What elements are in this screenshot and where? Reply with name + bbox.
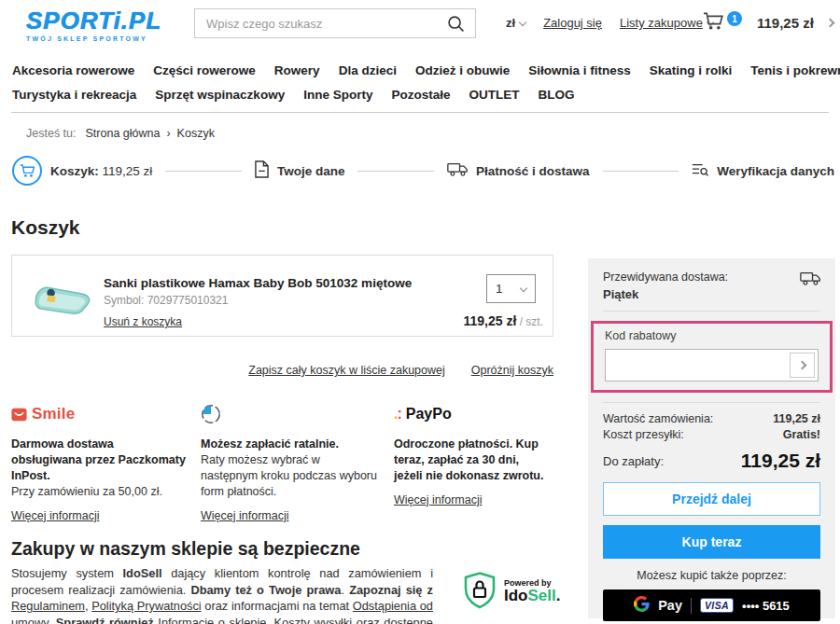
breadcrumb-current: Koszyk xyxy=(177,127,215,140)
nav-item-czesci-rowerowe[interactable]: Części rowerowe xyxy=(153,63,256,77)
nav-item-rowery[interactable]: Rowery xyxy=(274,63,320,77)
nav-item-tenis-i-pokrewne[interactable]: Tenis i pokrewne xyxy=(750,63,840,77)
remove-from-cart-link[interactable]: Usuń z koszyka xyxy=(104,315,182,328)
nav-item-inne-sporty[interactable]: Inne Sporty xyxy=(303,88,372,102)
idosell-text: IdoSell xyxy=(123,566,162,580)
step-connector xyxy=(603,171,679,172)
store-logo-tagline: TWÓJ SKLEP SPORTOWY xyxy=(26,35,161,42)
shipping-costs-link[interactable]: Koszty wysyłki xyxy=(274,616,353,624)
security-heading: Zakupy w naszym sklepie są bezpieczne xyxy=(11,538,360,560)
save-cart-to-list-link[interactable]: Zapisz cały koszyk w liście zakupowej xyxy=(248,364,445,377)
proceed-button[interactable]: Przejdź dalej xyxy=(603,482,820,516)
pie-chart-icon xyxy=(201,404,221,424)
step-payment-label: Płatność i dostawa xyxy=(476,164,590,178)
more-info-link[interactable]: Więcej informacji xyxy=(201,509,288,522)
nav-item-akcesoria-rowerowe[interactable]: Akcesoria rowerowe xyxy=(12,63,134,77)
nav-item-dla-dzieci[interactable]: Dla dzieci xyxy=(339,63,397,77)
nav-item-blog[interactable]: BLOG xyxy=(538,88,574,102)
installments-logo xyxy=(201,403,379,425)
empty-cart-link[interactable]: Opróżnij koszyk xyxy=(471,364,553,377)
buy-now-button[interactable]: Kup teraz xyxy=(603,525,820,559)
header-divider xyxy=(11,112,829,113)
nav-item-outlet[interactable]: OUTLET xyxy=(469,88,519,102)
store-info-link[interactable]: Informacje o sklepie xyxy=(158,616,266,624)
card-last-digits: •••• 5615 xyxy=(742,599,790,613)
cart-icon xyxy=(703,11,724,34)
nav-item-silownia-i-fitness[interactable]: Siłownia i fitness xyxy=(528,63,631,77)
login-link[interactable]: Zaloguj się xyxy=(543,16,602,30)
total-due-value: 119,25 zł xyxy=(741,450,820,472)
order-summary-panel: Przewidywana dostawa: Piątek Kod rabatow… xyxy=(588,258,835,618)
step-verification: Weryfikacja danych xyxy=(692,162,834,180)
discount-code-field xyxy=(605,349,819,381)
privacy-policy-link[interactable]: Polityką Prywatności xyxy=(91,599,201,613)
nav-item-sprzet-wspinaczkowy[interactable]: Sprzęt wspinaczkowy xyxy=(155,88,285,102)
text: Sprawdź również xyxy=(56,616,154,624)
currency-selector[interactable]: zł xyxy=(506,16,525,30)
step-cart-label: Koszyk: xyxy=(50,164,99,178)
search-icon[interactable] xyxy=(436,9,475,37)
quantity-select[interactable]: 1 xyxy=(486,274,536,303)
benefit-installments: Możesz zapłacić ratalnie. Raty możesz wy… xyxy=(201,403,394,522)
divider xyxy=(603,311,820,312)
store-logo[interactable]: SPORTi.PL TWÓJ SKLEP SPORTOWY xyxy=(26,8,161,42)
order-value: 119,25 zł xyxy=(773,412,820,425)
nav-item-skating-i-rolki[interactable]: Skating i rolki xyxy=(650,63,733,77)
visa-badge: VISA xyxy=(700,598,734,613)
nav-item-odziez-i-obuwie[interactable]: Odzież i obuwie xyxy=(415,63,510,77)
security-paragraph: Stosujemy system IdoSell dający klientom… xyxy=(11,565,433,624)
terms-link[interactable]: Regulaminem xyxy=(11,599,85,613)
step-connector xyxy=(357,171,434,172)
text: , xyxy=(266,616,273,624)
gpay-pay-text: Pay xyxy=(658,598,682,613)
benefit-title: Odroczone płatności. Kup teraz, zapłać z… xyxy=(394,437,545,484)
step-cart-value: 119,25 zł xyxy=(103,164,153,178)
total-due-label: Do zapłaty: xyxy=(603,454,664,468)
paypo-logo: .: PayPo xyxy=(394,403,545,425)
product-symbol: Symbol: 7029775010321 xyxy=(104,294,228,307)
breadcrumb-home-link[interactable]: Strona główna xyxy=(86,127,161,140)
search-input[interactable] xyxy=(195,17,436,31)
nav-item-turystyka-i-rekreacja[interactable]: Turystyka i rekreacja xyxy=(12,88,136,102)
text: Stosujemy system xyxy=(11,566,123,580)
text: oraz informacjami na temat xyxy=(202,599,353,613)
chevron-down-icon xyxy=(520,284,527,291)
chevron-down-icon xyxy=(519,19,526,26)
more-info-link[interactable]: Więcej informacji xyxy=(11,509,99,522)
item-price-value: 119,25 zł xyxy=(464,313,517,328)
nav-item-pozostale[interactable]: Pozostałe xyxy=(391,88,450,102)
document-icon xyxy=(255,160,269,181)
benefits-row: Smile Darmowa dostawa obsługiwana przez … xyxy=(11,403,560,522)
step-your-data: Twoje dane xyxy=(255,160,345,181)
inpost-smile-logo: Smile xyxy=(11,403,186,425)
item-price-unit: / szt. xyxy=(516,315,543,328)
google-pay-button[interactable]: Pay VISA •••• 5615 xyxy=(603,589,820,621)
text: oraz dostępne xyxy=(352,616,433,624)
page-title: Koszyk xyxy=(11,216,80,239)
store-logo-text: SPORTi.PL xyxy=(26,8,161,33)
cart-total-amount: 119,25 zł xyxy=(757,15,814,31)
cart-step-icon xyxy=(12,156,42,186)
list-search-icon xyxy=(692,162,708,180)
step-cart: Koszyk: 119,25 zł xyxy=(12,156,152,186)
product-name[interactable]: Sanki plastikowe Hamax Baby Bob 501032 m… xyxy=(104,276,412,290)
divider xyxy=(691,598,692,614)
product-image[interactable] xyxy=(27,268,94,325)
search-box xyxy=(194,8,476,38)
shopping-lists-menu[interactable]: Listy zakupowe xyxy=(620,16,713,30)
benefit-text: Raty możesz wybrać w następnym kroku pod… xyxy=(201,452,379,500)
delivery-estimate-value: Piątek xyxy=(603,287,728,301)
chevron-right-icon xyxy=(798,361,807,370)
shield-lock-icon xyxy=(464,572,496,612)
breadcrumb-prefix: Jesteś tu: xyxy=(26,127,77,140)
more-info-link[interactable]: Więcej informacji xyxy=(394,493,482,506)
truck-icon xyxy=(800,270,820,289)
divider xyxy=(603,402,820,403)
cart-actions: Zapisz cały koszyk w liście zakupowej Op… xyxy=(11,364,553,377)
text: . xyxy=(49,616,56,624)
minicart-button[interactable]: 1 119,25 zł xyxy=(703,11,833,34)
apply-code-button[interactable] xyxy=(790,353,815,378)
discount-code-input[interactable] xyxy=(609,353,790,378)
discount-code-section: Kod rabatowy xyxy=(591,321,833,393)
benefit-free-delivery: Smile Darmowa dostawa obsługiwana przez … xyxy=(11,403,201,522)
